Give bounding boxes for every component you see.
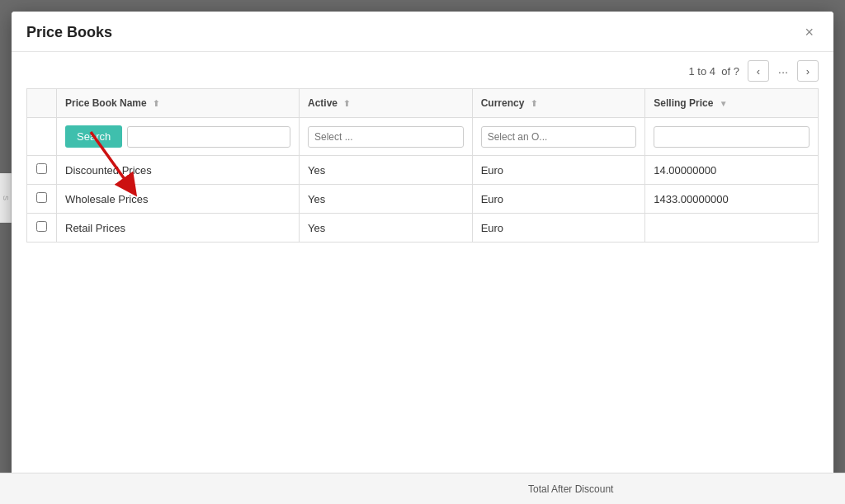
table-body: Discounted PricesYesEuro14.00000000Whole… [27, 156, 819, 243]
row-name: Discounted Prices [57, 156, 300, 185]
table-header-row: Price Book Name ⬆ Active ⬆ Currency ⬆ Se… [27, 89, 819, 118]
active-filter-input[interactable] [308, 126, 464, 148]
pagination-prev-button[interactable]: ‹ [748, 60, 769, 82]
row-currency: Euro [472, 214, 645, 243]
filter-row: Search [27, 118, 819, 156]
filter-selling-price-cell [645, 118, 819, 156]
left-sidebar: S [0, 173, 12, 223]
row-name: Retail Prices [57, 214, 300, 243]
col-header-currency[interactable]: Currency ⬆ [472, 89, 645, 118]
row-selling-price: 1433.00000000 [645, 185, 819, 214]
close-button[interactable]: × [800, 23, 819, 41]
col-header-checkbox [27, 89, 57, 118]
row-name: Wholesale Prices [57, 185, 300, 214]
modal-header: Price Books × [12, 12, 833, 52]
filter-name-cell: Search [57, 118, 300, 156]
pagination-info: 1 to 4 of ? [689, 65, 739, 78]
search-button[interactable]: Search [65, 125, 122, 148]
row-active: Yes [299, 156, 472, 185]
name-filter-input[interactable] [127, 126, 290, 148]
pagination-ellipsis: ··· [772, 60, 794, 82]
bottom-bar: Total After Discount [0, 473, 845, 504]
col-header-name[interactable]: Price Book Name ⬆ [57, 89, 300, 118]
filter-active-cell [299, 118, 472, 156]
sort-icon-selling-price: ▼ [720, 99, 728, 108]
modal-body: 1 to 4 of ? ‹ ··· › Price Book Name ⬆ [12, 52, 833, 492]
row-currency: Euro [472, 156, 645, 185]
row-checkbox-cell [27, 214, 57, 243]
table-row[interactable]: Wholesale PricesYesEuro1433.00000000 [27, 185, 819, 214]
pagination-row: 1 to 4 of ? ‹ ··· › [26, 52, 819, 88]
row-checkbox[interactable] [36, 163, 47, 174]
sort-icon-currency: ⬆ [531, 99, 537, 108]
row-checkbox[interactable] [36, 221, 47, 232]
row-currency: Euro [472, 185, 645, 214]
filter-checkbox-cell [27, 118, 57, 156]
modal-title: Price Books [26, 24, 112, 41]
row-active: Yes [299, 185, 472, 214]
pagination-next-button[interactable]: › [797, 60, 819, 82]
col-header-active[interactable]: Active ⬆ [299, 89, 472, 118]
row-active: Yes [299, 214, 472, 243]
modal-dialog: Price Books × 1 to 4 of ? ‹ ··· › [12, 12, 833, 492]
row-selling-price: 14.00000000 [645, 156, 819, 185]
sort-icon-name: ⬆ [153, 99, 159, 108]
filter-currency-cell [472, 118, 645, 156]
row-checkbox-cell [27, 185, 57, 214]
col-header-selling-price[interactable]: Selling Price ▼ [645, 89, 819, 118]
price-books-table: Price Book Name ⬆ Active ⬆ Currency ⬆ Se… [26, 88, 819, 243]
row-checkbox-cell [27, 156, 57, 185]
currency-filter-input[interactable] [481, 126, 637, 148]
selling-price-filter-input[interactable] [654, 126, 810, 148]
table-row[interactable]: Discounted PricesYesEuro14.00000000 [27, 156, 819, 185]
total-after-discount-label: Total After Discount [528, 483, 613, 495]
sort-icon-active: ⬆ [343, 99, 350, 108]
row-selling-price [645, 214, 819, 243]
row-checkbox[interactable] [36, 192, 47, 203]
table-row[interactable]: Retail PricesYesEuro [27, 214, 819, 243]
